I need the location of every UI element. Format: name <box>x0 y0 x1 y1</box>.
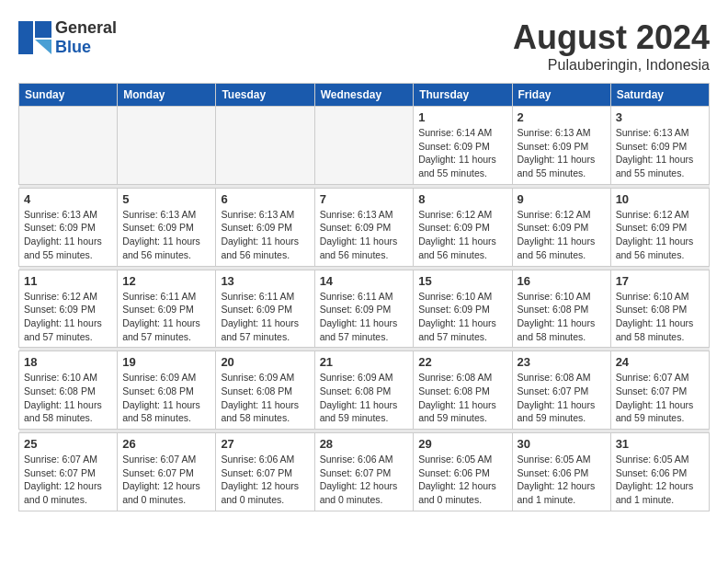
day-number: 21 <box>320 355 409 369</box>
day-cell: 4Sunrise: 6:13 AM Sunset: 6:09 PM Daylig… <box>19 188 118 266</box>
day-info: Sunrise: 6:05 AM Sunset: 6:06 PM Dayligh… <box>518 453 606 507</box>
day-cell: 23Sunrise: 6:08 AM Sunset: 6:07 PM Dayli… <box>512 351 610 430</box>
day-cell: 18Sunrise: 6:10 AM Sunset: 6:08 PM Dayli… <box>19 351 118 430</box>
day-cell: 11Sunrise: 6:12 AM Sunset: 6:09 PM Dayli… <box>19 270 118 348</box>
day-info: Sunrise: 6:13 AM Sunset: 6:09 PM Dayligh… <box>518 126 606 180</box>
day-cell: 20Sunrise: 6:09 AM Sunset: 6:08 PM Dayli… <box>216 351 314 430</box>
day-number: 7 <box>320 192 409 206</box>
day-number: 31 <box>616 437 704 451</box>
week-row-1: 1Sunrise: 6:14 AM Sunset: 6:09 PM Daylig… <box>19 107 710 185</box>
day-cell: 12Sunrise: 6:11 AM Sunset: 6:09 PM Dayli… <box>118 270 216 348</box>
day-number: 3 <box>616 110 704 124</box>
day-info: Sunrise: 6:09 AM Sunset: 6:08 PM Dayligh… <box>122 371 210 425</box>
day-cell: 17Sunrise: 6:10 AM Sunset: 6:08 PM Dayli… <box>610 270 709 348</box>
page-header: General Blue August 2024 Pulauberingin, … <box>18 18 710 74</box>
day-info: Sunrise: 6:11 AM Sunset: 6:09 PM Dayligh… <box>122 290 210 344</box>
day-info: Sunrise: 6:14 AM Sunset: 6:09 PM Dayligh… <box>418 126 506 180</box>
day-number: 14 <box>320 274 409 288</box>
week-row-3: 11Sunrise: 6:12 AM Sunset: 6:09 PM Dayli… <box>19 270 710 348</box>
day-number: 11 <box>24 274 112 288</box>
day-cell: 24Sunrise: 6:07 AM Sunset: 6:07 PM Dayli… <box>610 351 709 430</box>
day-number: 2 <box>518 110 606 124</box>
day-info: Sunrise: 6:12 AM Sunset: 6:09 PM Dayligh… <box>418 208 506 262</box>
day-number: 10 <box>616 192 704 206</box>
day-number: 15 <box>418 274 506 288</box>
day-cell <box>118 107 216 185</box>
day-info: Sunrise: 6:07 AM Sunset: 6:07 PM Dayligh… <box>24 453 112 507</box>
day-number: 27 <box>221 437 309 451</box>
day-info: Sunrise: 6:12 AM Sunset: 6:09 PM Dayligh… <box>616 208 704 262</box>
day-number: 6 <box>221 192 309 206</box>
day-number: 22 <box>418 355 506 369</box>
day-cell: 16Sunrise: 6:10 AM Sunset: 6:08 PM Dayli… <box>512 270 610 348</box>
day-number: 26 <box>122 437 210 451</box>
day-cell: 1Sunrise: 6:14 AM Sunset: 6:09 PM Daylig… <box>414 107 512 185</box>
day-info: Sunrise: 6:10 AM Sunset: 6:09 PM Dayligh… <box>418 290 506 344</box>
logo-icon <box>18 21 51 54</box>
day-cell <box>19 107 118 185</box>
day-number: 9 <box>518 192 606 206</box>
day-number: 18 <box>24 355 112 369</box>
day-number: 13 <box>221 274 309 288</box>
day-info: Sunrise: 6:09 AM Sunset: 6:08 PM Dayligh… <box>320 371 409 425</box>
day-info: Sunrise: 6:12 AM Sunset: 6:09 PM Dayligh… <box>518 208 606 262</box>
day-cell: 25Sunrise: 6:07 AM Sunset: 6:07 PM Dayli… <box>19 433 118 511</box>
day-info: Sunrise: 6:11 AM Sunset: 6:09 PM Dayligh… <box>320 290 409 344</box>
day-cell: 22Sunrise: 6:08 AM Sunset: 6:08 PM Dayli… <box>414 351 512 430</box>
header-wednesday: Wednesday <box>314 84 414 107</box>
day-cell: 27Sunrise: 6:06 AM Sunset: 6:07 PM Dayli… <box>216 433 314 511</box>
location: Pulauberingin, Indonesia <box>513 57 710 74</box>
day-number: 28 <box>320 437 409 451</box>
day-info: Sunrise: 6:10 AM Sunset: 6:08 PM Dayligh… <box>616 290 704 344</box>
day-cell: 6Sunrise: 6:13 AM Sunset: 6:09 PM Daylig… <box>216 188 314 266</box>
day-cell: 14Sunrise: 6:11 AM Sunset: 6:09 PM Dayli… <box>314 270 414 348</box>
svg-rect-1 <box>35 21 51 38</box>
day-number: 25 <box>24 437 112 451</box>
day-cell: 19Sunrise: 6:09 AM Sunset: 6:08 PM Dayli… <box>118 351 216 430</box>
day-cell: 3Sunrise: 6:13 AM Sunset: 6:09 PM Daylig… <box>610 107 709 185</box>
day-cell: 2Sunrise: 6:13 AM Sunset: 6:09 PM Daylig… <box>512 107 610 185</box>
day-cell: 31Sunrise: 6:05 AM Sunset: 6:06 PM Dayli… <box>610 433 709 511</box>
day-cell: 30Sunrise: 6:05 AM Sunset: 6:06 PM Dayli… <box>512 433 610 511</box>
day-cell: 15Sunrise: 6:10 AM Sunset: 6:09 PM Dayli… <box>414 270 512 348</box>
day-number: 17 <box>616 274 704 288</box>
header-sunday: Sunday <box>19 84 118 107</box>
day-info: Sunrise: 6:05 AM Sunset: 6:06 PM Dayligh… <box>616 453 704 507</box>
day-cell: 9Sunrise: 6:12 AM Sunset: 6:09 PM Daylig… <box>512 188 610 266</box>
day-number: 12 <box>122 274 210 288</box>
day-info: Sunrise: 6:08 AM Sunset: 6:07 PM Dayligh… <box>518 371 606 425</box>
day-number: 16 <box>518 274 606 288</box>
logo-blue: Blue <box>55 38 91 56</box>
day-info: Sunrise: 6:12 AM Sunset: 6:09 PM Dayligh… <box>24 290 112 344</box>
day-info: Sunrise: 6:11 AM Sunset: 6:09 PM Dayligh… <box>221 290 309 344</box>
day-cell: 7Sunrise: 6:13 AM Sunset: 6:09 PM Daylig… <box>314 188 414 266</box>
day-info: Sunrise: 6:13 AM Sunset: 6:09 PM Dayligh… <box>122 208 210 262</box>
day-cell: 10Sunrise: 6:12 AM Sunset: 6:09 PM Dayli… <box>610 188 709 266</box>
month-year: August 2024 <box>513 18 710 57</box>
day-info: Sunrise: 6:08 AM Sunset: 6:08 PM Dayligh… <box>418 371 506 425</box>
header-tuesday: Tuesday <box>216 84 314 107</box>
week-row-5: 25Sunrise: 6:07 AM Sunset: 6:07 PM Dayli… <box>19 433 710 511</box>
day-info: Sunrise: 6:13 AM Sunset: 6:09 PM Dayligh… <box>221 208 309 262</box>
day-info: Sunrise: 6:13 AM Sunset: 6:09 PM Dayligh… <box>24 208 112 262</box>
title-block: August 2024 Pulauberingin, Indonesia <box>513 18 710 74</box>
logo: General Blue <box>18 18 117 57</box>
logo-general: General <box>55 18 117 37</box>
day-cell <box>216 107 314 185</box>
day-number: 19 <box>122 355 210 369</box>
day-info: Sunrise: 6:13 AM Sunset: 6:09 PM Dayligh… <box>616 126 704 180</box>
svg-rect-0 <box>18 21 33 54</box>
day-info: Sunrise: 6:07 AM Sunset: 6:07 PM Dayligh… <box>122 453 210 507</box>
day-cell: 21Sunrise: 6:09 AM Sunset: 6:08 PM Dayli… <box>314 351 414 430</box>
day-cell: 28Sunrise: 6:06 AM Sunset: 6:07 PM Dayli… <box>314 433 414 511</box>
day-number: 4 <box>24 192 112 206</box>
day-info: Sunrise: 6:09 AM Sunset: 6:08 PM Dayligh… <box>221 371 309 425</box>
day-cell: 8Sunrise: 6:12 AM Sunset: 6:09 PM Daylig… <box>414 188 512 266</box>
day-cell <box>314 107 414 185</box>
day-number: 1 <box>418 110 506 124</box>
header-row: SundayMondayTuesdayWednesdayThursdayFrid… <box>19 84 710 107</box>
day-number: 8 <box>418 192 506 206</box>
header-thursday: Thursday <box>414 84 512 107</box>
day-info: Sunrise: 6:06 AM Sunset: 6:07 PM Dayligh… <box>320 453 409 507</box>
header-monday: Monday <box>118 84 216 107</box>
